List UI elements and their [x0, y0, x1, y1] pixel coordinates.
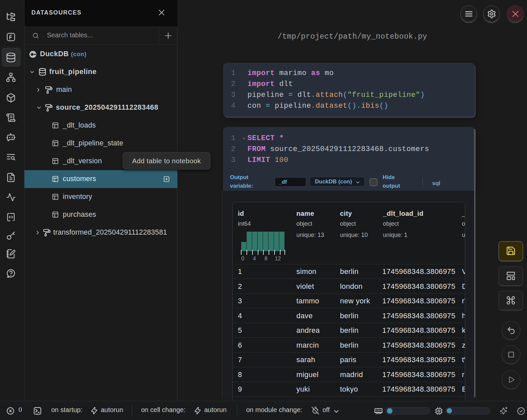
- svg-text:8: 8: [265, 256, 268, 261]
- svg-text:0: 0: [242, 256, 245, 261]
- svg-text:4: 4: [253, 256, 256, 261]
- svg-text:12: 12: [275, 256, 281, 261]
